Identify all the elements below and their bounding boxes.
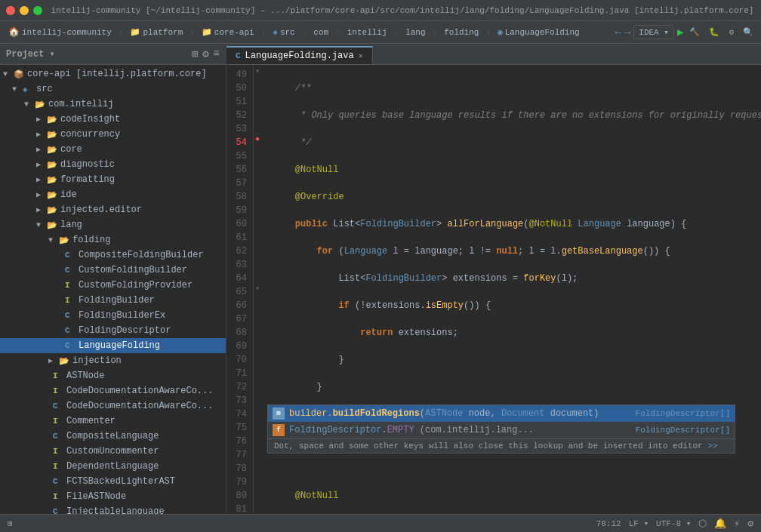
tree-item-folding[interactable]: ▼ 📂 folding bbox=[0, 232, 226, 248]
package-icon-injection: 📂 bbox=[59, 356, 71, 366]
tree-item-composite-lang[interactable]: C CompositeLanguage bbox=[0, 429, 226, 444]
tree-item-lf[interactable]: C LanguageFolding bbox=[0, 338, 226, 353]
nav-com[interactable]: com bbox=[310, 26, 332, 38]
tree-item-cdac2[interactable]: C CodeDocumentationAwareCo... bbox=[0, 398, 226, 414]
tree-item-composite-fb[interactable]: C CompositeFoldingBuilder bbox=[0, 248, 226, 263]
nav-sep-7: › bbox=[433, 28, 438, 37]
nav-forward[interactable]: → bbox=[624, 26, 630, 38]
power-icon[interactable]: ⚡ bbox=[734, 518, 740, 530]
tree-item-astnode[interactable]: I ASTNode bbox=[0, 368, 226, 383]
idea-button[interactable]: IDEA ▾ bbox=[633, 25, 674, 39]
tree-item-ide[interactable]: ▶ 📂 ide bbox=[0, 187, 226, 202]
nav-platform[interactable]: 📁 platform bbox=[126, 26, 186, 38]
tree-item-dep-lang[interactable]: I DependentLanguage bbox=[0, 459, 226, 474]
autocomplete-popup[interactable]: m builder.buildFoldRegions(ASTNode node,… bbox=[267, 404, 735, 454]
encoding[interactable]: UTF-8 ▾ bbox=[656, 518, 691, 528]
autocomplete-hint-text: Dot, space and some other keys will also… bbox=[268, 438, 735, 453]
nav-src[interactable]: ◈ src bbox=[269, 26, 298, 38]
tree-item-custom-fp[interactable]: I CustomFoldingProvider bbox=[0, 278, 226, 293]
class-icon-fcts: C bbox=[53, 477, 65, 486]
class-icon-comp-fb: C bbox=[65, 251, 77, 260]
notification-icon[interactable]: 🔔 bbox=[714, 518, 726, 530]
label-file-ast: FileASTNode bbox=[66, 491, 126, 502]
label-composite-lang: CompositeLanguage bbox=[66, 431, 159, 441]
sidebar-tree: ▼ 📦 core-api [intellij.platform.core] ▼ … bbox=[0, 65, 226, 514]
module-icon: 📦 bbox=[14, 69, 26, 79]
editor-content-area[interactable]: 49 50 51 52 53 54 55 56 57 58 59 60 61 6… bbox=[226, 65, 761, 514]
settings-nav-btn[interactable]: ⚙ bbox=[726, 26, 737, 38]
label-diagnostic: diagnostic bbox=[60, 159, 115, 170]
tree-item-diagnostic[interactable]: ▶ 📂 diagnostic bbox=[0, 157, 226, 172]
tree-item-codeinsight[interactable]: ▶ 📂 codeInsight bbox=[0, 112, 226, 127]
sidebar: Project ▾ ⊞ ⚙ ≡ ▼ 📦 core-api [intellij.p… bbox=[0, 44, 226, 514]
tab-close-btn[interactable]: ✕ bbox=[359, 51, 363, 60]
maximize-button[interactable] bbox=[33, 6, 42, 15]
vcs-icon[interactable]: ⬡ bbox=[698, 518, 707, 530]
tree-item-custom-unc[interactable]: I CustomUncommenter bbox=[0, 444, 226, 459]
search-nav-btn[interactable]: 🔍 bbox=[740, 26, 756, 38]
nav-core-api[interactable]: 📁 core-api bbox=[198, 26, 258, 38]
tree-item-com-intellij[interactable]: ▼ 📂 com.intellij bbox=[0, 97, 226, 112]
tree-item-concurrency[interactable]: ▶ 📂 concurrency bbox=[0, 127, 226, 142]
arrow-lang: ▼ bbox=[36, 221, 47, 229]
tab-class-icon: C bbox=[236, 51, 241, 60]
label-fbex: FoldingBuilderEx bbox=[79, 310, 165, 321]
nav-sep-6: › bbox=[394, 28, 399, 37]
build-button[interactable]: 🔨 bbox=[686, 26, 703, 38]
run-button[interactable]: ▶ bbox=[677, 26, 683, 38]
package-icon-ide: 📂 bbox=[47, 190, 59, 200]
tree-item-fbex[interactable]: C FoldingBuilderEx bbox=[0, 308, 226, 323]
settings-status-icon[interactable]: ⚙ bbox=[747, 518, 753, 530]
autocomplete-item-build-fold-regions[interactable]: m builder.buildFoldRegions(ASTNode node,… bbox=[268, 405, 735, 422]
tree-item-formatting[interactable]: ▶ 📂 formatting bbox=[0, 172, 226, 187]
close-button[interactable] bbox=[6, 6, 15, 15]
tree-item-core[interactable]: ▶ 📂 core bbox=[0, 142, 226, 157]
debug-button[interactable]: 🐛 bbox=[706, 26, 722, 38]
tree-item-file-ast[interactable]: I FileASTNode bbox=[0, 489, 226, 504]
sidebar-settings-icon[interactable]: ⊞ bbox=[192, 48, 198, 60]
class-icon-fd: C bbox=[65, 326, 77, 335]
tree-item-lang[interactable]: ▼ 📂 lang bbox=[0, 217, 226, 232]
tree-item-cdac1[interactable]: I CodeDocumentationAwareCo... bbox=[0, 383, 226, 398]
arrow-codeinsight: ▶ bbox=[36, 115, 47, 124]
label-core-api-root: core-api [intellij.platform.core] bbox=[27, 69, 207, 79]
tree-item-core-api-root[interactable]: ▼ 📦 core-api [intellij.platform.core] bbox=[0, 66, 226, 81]
label-core: core bbox=[60, 144, 82, 155]
class-icon-cu: I bbox=[53, 447, 65, 456]
label-ide: ide bbox=[60, 189, 77, 200]
label-fcts: FCTSBackedLighterAST bbox=[66, 476, 175, 487]
label-formatting: formatting bbox=[60, 174, 115, 185]
nav-intellij[interactable]: intellij bbox=[344, 26, 391, 38]
tree-item-injection[interactable]: ▶ 📂 injection bbox=[0, 353, 226, 368]
source-icon: ◈ bbox=[273, 27, 278, 37]
tab-language-folding[interactable]: C LanguageFolding.java ✕ bbox=[226, 46, 373, 64]
package-icon-fmt: 📂 bbox=[47, 175, 59, 185]
class-icon-fb: I bbox=[65, 296, 77, 305]
nav-folding[interactable]: folding bbox=[440, 26, 482, 38]
tree-item-commenter[interactable]: I Commenter bbox=[0, 414, 226, 429]
nav-sep-2: › bbox=[189, 28, 195, 37]
tree-item-src[interactable]: ▼ ◈ src bbox=[0, 81, 226, 97]
label-src: src bbox=[36, 84, 53, 94]
sidebar-menu-icon[interactable]: ≡ bbox=[214, 48, 220, 60]
nav-sep-1: › bbox=[119, 28, 124, 37]
minimize-button[interactable] bbox=[20, 6, 29, 15]
autocomplete-item-empty[interactable]: f FoldingDescriptor.EMPTY (com.intellij.… bbox=[268, 422, 735, 438]
tree-item-inj-lang[interactable]: C InjectableLanguage bbox=[0, 504, 226, 514]
nav-project[interactable]: 🏠 intellij-community bbox=[5, 25, 116, 39]
tree-item-custom-fb[interactable]: C CustomFoldingBuilder bbox=[0, 263, 226, 278]
tree-item-injected-editor[interactable]: ▶ 📂 injected.editor bbox=[0, 202, 226, 217]
nav-sep-3: › bbox=[261, 28, 267, 37]
status-layout-icon[interactable]: ⊞ bbox=[8, 518, 13, 528]
nav-lang[interactable]: lang bbox=[402, 26, 429, 38]
sidebar-gear-icon[interactable]: ⚙ bbox=[202, 48, 208, 60]
tree-item-fd[interactable]: C FoldingDescriptor bbox=[0, 323, 226, 338]
nav-back[interactable]: ← bbox=[615, 26, 621, 38]
hint-text: Dot, space and some other keys will also… bbox=[274, 441, 707, 451]
line-ending[interactable]: LF ▾ bbox=[629, 518, 649, 528]
nav-language-folding[interactable]: ◉ LanguageFolding bbox=[494, 26, 584, 38]
tree-item-fcts[interactable]: C FCTSBackedLighterAST bbox=[0, 474, 226, 489]
cursor-position: 78:12 bbox=[596, 519, 621, 528]
arrow-injection: ▶ bbox=[48, 356, 59, 365]
tree-item-fb[interactable]: I FoldingBuilder bbox=[0, 293, 226, 308]
